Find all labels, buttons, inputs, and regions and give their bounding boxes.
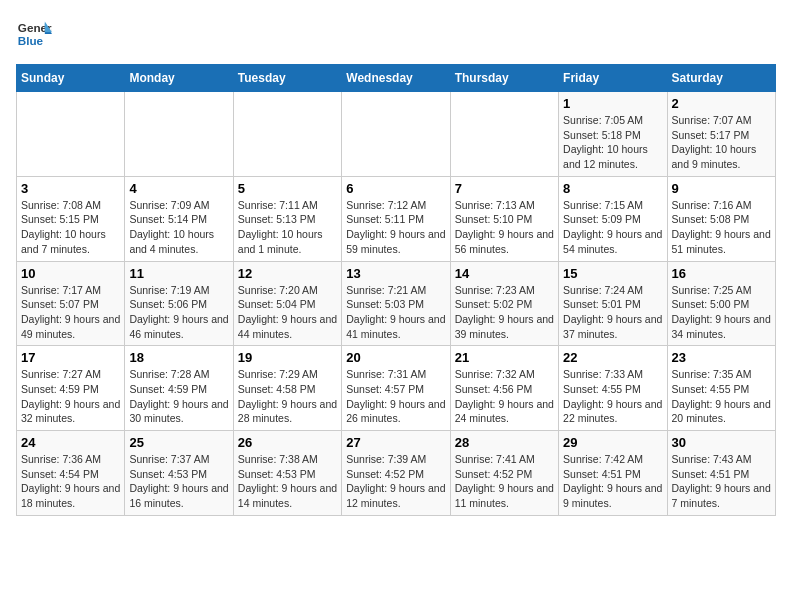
calendar-cell: 11Sunrise: 7:19 AM Sunset: 5:06 PM Dayli… (125, 261, 233, 346)
day-info: Sunrise: 7:29 AM Sunset: 4:58 PM Dayligh… (238, 367, 337, 426)
day-number: 30 (672, 435, 771, 450)
calendar-cell (125, 92, 233, 177)
day-number: 21 (455, 350, 554, 365)
calendar-cell (450, 92, 558, 177)
day-info: Sunrise: 7:11 AM Sunset: 5:13 PM Dayligh… (238, 198, 337, 257)
calendar-cell: 19Sunrise: 7:29 AM Sunset: 4:58 PM Dayli… (233, 346, 341, 431)
calendar-cell: 8Sunrise: 7:15 AM Sunset: 5:09 PM Daylig… (559, 176, 667, 261)
calendar-cell: 21Sunrise: 7:32 AM Sunset: 4:56 PM Dayli… (450, 346, 558, 431)
day-number: 6 (346, 181, 445, 196)
day-info: Sunrise: 7:25 AM Sunset: 5:00 PM Dayligh… (672, 283, 771, 342)
day-info: Sunrise: 7:32 AM Sunset: 4:56 PM Dayligh… (455, 367, 554, 426)
calendar-cell: 15Sunrise: 7:24 AM Sunset: 5:01 PM Dayli… (559, 261, 667, 346)
calendar-cell: 25Sunrise: 7:37 AM Sunset: 4:53 PM Dayli… (125, 431, 233, 516)
calendar-cell (342, 92, 450, 177)
day-number: 25 (129, 435, 228, 450)
day-info: Sunrise: 7:13 AM Sunset: 5:10 PM Dayligh… (455, 198, 554, 257)
weekday-header-friday: Friday (559, 65, 667, 92)
day-info: Sunrise: 7:23 AM Sunset: 5:02 PM Dayligh… (455, 283, 554, 342)
day-info: Sunrise: 7:28 AM Sunset: 4:59 PM Dayligh… (129, 367, 228, 426)
calendar-cell: 17Sunrise: 7:27 AM Sunset: 4:59 PM Dayli… (17, 346, 125, 431)
calendar-cell: 23Sunrise: 7:35 AM Sunset: 4:55 PM Dayli… (667, 346, 775, 431)
calendar-cell: 4Sunrise: 7:09 AM Sunset: 5:14 PM Daylig… (125, 176, 233, 261)
calendar-cell: 14Sunrise: 7:23 AM Sunset: 5:02 PM Dayli… (450, 261, 558, 346)
calendar-cell: 13Sunrise: 7:21 AM Sunset: 5:03 PM Dayli… (342, 261, 450, 346)
calendar-cell: 1Sunrise: 7:05 AM Sunset: 5:18 PM Daylig… (559, 92, 667, 177)
calendar-cell: 24Sunrise: 7:36 AM Sunset: 4:54 PM Dayli… (17, 431, 125, 516)
day-number: 5 (238, 181, 337, 196)
day-number: 23 (672, 350, 771, 365)
day-number: 18 (129, 350, 228, 365)
day-number: 29 (563, 435, 662, 450)
day-number: 1 (563, 96, 662, 111)
day-number: 12 (238, 266, 337, 281)
calendar-cell: 29Sunrise: 7:42 AM Sunset: 4:51 PM Dayli… (559, 431, 667, 516)
day-number: 28 (455, 435, 554, 450)
day-info: Sunrise: 7:43 AM Sunset: 4:51 PM Dayligh… (672, 452, 771, 511)
day-info: Sunrise: 7:07 AM Sunset: 5:17 PM Dayligh… (672, 113, 771, 172)
weekday-header-tuesday: Tuesday (233, 65, 341, 92)
calendar-cell: 18Sunrise: 7:28 AM Sunset: 4:59 PM Dayli… (125, 346, 233, 431)
day-info: Sunrise: 7:16 AM Sunset: 5:08 PM Dayligh… (672, 198, 771, 257)
calendar-cell: 2Sunrise: 7:07 AM Sunset: 5:17 PM Daylig… (667, 92, 775, 177)
day-number: 19 (238, 350, 337, 365)
logo-icon: General Blue (16, 16, 52, 52)
calendar-cell: 22Sunrise: 7:33 AM Sunset: 4:55 PM Dayli… (559, 346, 667, 431)
day-info: Sunrise: 7:38 AM Sunset: 4:53 PM Dayligh… (238, 452, 337, 511)
calendar-cell: 3Sunrise: 7:08 AM Sunset: 5:15 PM Daylig… (17, 176, 125, 261)
day-number: 10 (21, 266, 120, 281)
day-number: 4 (129, 181, 228, 196)
calendar-table: SundayMondayTuesdayWednesdayThursdayFrid… (16, 64, 776, 516)
calendar-cell: 20Sunrise: 7:31 AM Sunset: 4:57 PM Dayli… (342, 346, 450, 431)
day-number: 9 (672, 181, 771, 196)
weekday-header-wednesday: Wednesday (342, 65, 450, 92)
calendar-cell: 27Sunrise: 7:39 AM Sunset: 4:52 PM Dayli… (342, 431, 450, 516)
day-info: Sunrise: 7:31 AM Sunset: 4:57 PM Dayligh… (346, 367, 445, 426)
day-number: 14 (455, 266, 554, 281)
calendar-cell (233, 92, 341, 177)
day-info: Sunrise: 7:39 AM Sunset: 4:52 PM Dayligh… (346, 452, 445, 511)
day-info: Sunrise: 7:08 AM Sunset: 5:15 PM Dayligh… (21, 198, 120, 257)
logo: General Blue (16, 16, 52, 52)
day-number: 11 (129, 266, 228, 281)
day-info: Sunrise: 7:24 AM Sunset: 5:01 PM Dayligh… (563, 283, 662, 342)
calendar-cell (17, 92, 125, 177)
weekday-header-thursday: Thursday (450, 65, 558, 92)
calendar-cell: 6Sunrise: 7:12 AM Sunset: 5:11 PM Daylig… (342, 176, 450, 261)
day-info: Sunrise: 7:20 AM Sunset: 5:04 PM Dayligh… (238, 283, 337, 342)
day-info: Sunrise: 7:41 AM Sunset: 4:52 PM Dayligh… (455, 452, 554, 511)
day-info: Sunrise: 7:21 AM Sunset: 5:03 PM Dayligh… (346, 283, 445, 342)
day-number: 24 (21, 435, 120, 450)
day-number: 2 (672, 96, 771, 111)
day-info: Sunrise: 7:36 AM Sunset: 4:54 PM Dayligh… (21, 452, 120, 511)
calendar-cell: 7Sunrise: 7:13 AM Sunset: 5:10 PM Daylig… (450, 176, 558, 261)
header: General Blue (16, 16, 776, 52)
weekday-header-monday: Monday (125, 65, 233, 92)
day-info: Sunrise: 7:42 AM Sunset: 4:51 PM Dayligh… (563, 452, 662, 511)
day-info: Sunrise: 7:12 AM Sunset: 5:11 PM Dayligh… (346, 198, 445, 257)
day-info: Sunrise: 7:09 AM Sunset: 5:14 PM Dayligh… (129, 198, 228, 257)
day-number: 15 (563, 266, 662, 281)
calendar-cell: 26Sunrise: 7:38 AM Sunset: 4:53 PM Dayli… (233, 431, 341, 516)
calendar-cell: 10Sunrise: 7:17 AM Sunset: 5:07 PM Dayli… (17, 261, 125, 346)
svg-text:Blue: Blue (18, 34, 44, 47)
day-info: Sunrise: 7:17 AM Sunset: 5:07 PM Dayligh… (21, 283, 120, 342)
day-info: Sunrise: 7:05 AM Sunset: 5:18 PM Dayligh… (563, 113, 662, 172)
day-number: 27 (346, 435, 445, 450)
calendar-cell: 9Sunrise: 7:16 AM Sunset: 5:08 PM Daylig… (667, 176, 775, 261)
day-number: 13 (346, 266, 445, 281)
day-number: 17 (21, 350, 120, 365)
day-number: 3 (21, 181, 120, 196)
weekday-header-saturday: Saturday (667, 65, 775, 92)
calendar-cell: 12Sunrise: 7:20 AM Sunset: 5:04 PM Dayli… (233, 261, 341, 346)
day-number: 26 (238, 435, 337, 450)
day-info: Sunrise: 7:27 AM Sunset: 4:59 PM Dayligh… (21, 367, 120, 426)
day-number: 20 (346, 350, 445, 365)
day-info: Sunrise: 7:15 AM Sunset: 5:09 PM Dayligh… (563, 198, 662, 257)
calendar-cell: 30Sunrise: 7:43 AM Sunset: 4:51 PM Dayli… (667, 431, 775, 516)
day-info: Sunrise: 7:35 AM Sunset: 4:55 PM Dayligh… (672, 367, 771, 426)
day-number: 8 (563, 181, 662, 196)
calendar-cell: 5Sunrise: 7:11 AM Sunset: 5:13 PM Daylig… (233, 176, 341, 261)
day-info: Sunrise: 7:33 AM Sunset: 4:55 PM Dayligh… (563, 367, 662, 426)
day-number: 7 (455, 181, 554, 196)
